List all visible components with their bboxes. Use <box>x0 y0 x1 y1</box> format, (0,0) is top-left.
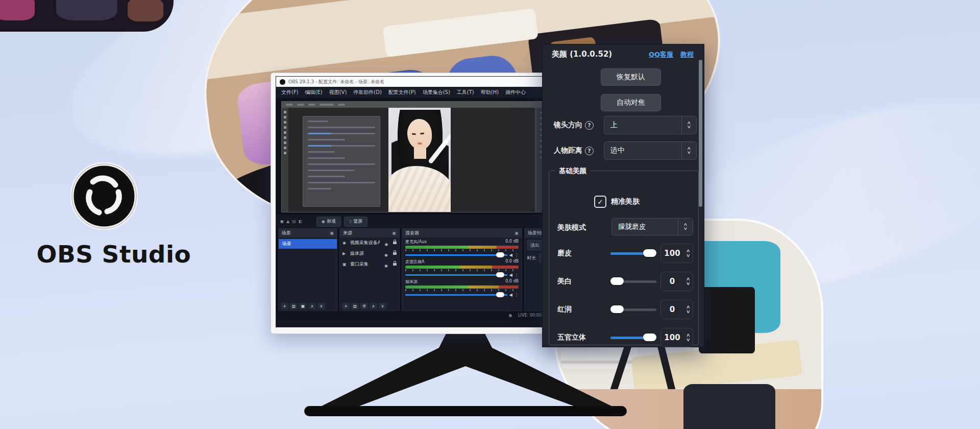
lock-icon[interactable] <box>393 242 397 244</box>
channel-menu-icon[interactable]: ⋮ <box>514 273 519 277</box>
volume-slider[interactable] <box>405 254 507 256</box>
select-arrows[interactable]: ∧∨ <box>681 142 696 159</box>
tutorial-link[interactable]: 教程 <box>680 50 694 59</box>
spin-arrows[interactable]: ∧∨ <box>683 244 693 263</box>
skin-mode-label: 美肤模式 <box>557 218 586 237</box>
obs-logo <box>70 162 138 230</box>
source-row[interactable]: ◉ 视频采集设备A ◉ <box>340 237 399 248</box>
tab-vertical-label: 竖屏 <box>353 218 362 225</box>
menu-tools[interactable]: 工具(T) <box>457 89 474 96</box>
mixer-channel: 麦克风/Aux0.0 dB ◀⋮ <box>402 237 522 257</box>
source-row[interactable]: ▣ 窗口采集 ◉ <box>340 259 399 270</box>
skin-mode-select[interactable]: 朦胧磨皮 ∧∨ <box>611 218 693 235</box>
duration-label: 时长 <box>527 255 536 261</box>
video-capture-icon: ◉ <box>342 241 348 245</box>
menu-help[interactable]: 帮助(H) <box>481 89 499 96</box>
camera-direction-select[interactable]: 上 ∧∨ <box>604 116 697 134</box>
preview-tool-icon[interactable]: ● <box>280 219 284 224</box>
preview-tool-icon[interactable]: ▤ <box>292 219 296 224</box>
menu-file[interactable]: 文件(F) <box>281 89 299 96</box>
dock-popout-icon[interactable]: ▣ <box>392 231 396 235</box>
menu-docks[interactable]: 停靠部件(D) <box>353 89 382 96</box>
add-source-button[interactable]: + <box>342 303 350 309</box>
features-3d-label: 五官立体 <box>557 328 586 347</box>
camera-direction-label: 镜头方向 ? <box>554 116 594 134</box>
panel-title: 美颜 (1.0.0.52) <box>552 50 612 59</box>
spin-arrows[interactable]: ∧∨ <box>683 328 693 347</box>
menu-scene-collection[interactable]: 场景集合(S) <box>423 89 450 96</box>
channel-db: 0.0 dB <box>505 279 519 284</box>
scenes-toolbar: + ▥ ▣ ∧ ∨ <box>279 302 337 311</box>
whitening-value: 0 <box>661 272 683 291</box>
features-3d-spinbox[interactable]: 100 ∧∨ <box>660 328 693 347</box>
spin-arrows[interactable]: ∧∨ <box>683 272 693 291</box>
channel-menu-icon[interactable]: ⋮ <box>514 253 519 257</box>
menu-plugin-center[interactable]: 插件中心 <box>505 89 526 96</box>
menu-view[interactable]: 视图(V) <box>329 89 347 96</box>
sources-dock-title: 来源 <box>343 230 352 236</box>
channel-menu-icon[interactable]: ⋮ <box>514 293 519 297</box>
volume-slider[interactable] <box>405 294 507 296</box>
spin-arrows[interactable]: ∧∨ <box>683 300 693 319</box>
preview-tool-icon[interactable]: ▲ <box>286 219 289 224</box>
dock-popout-icon[interactable]: ▣ <box>330 231 334 235</box>
portrait-dress <box>388 166 451 212</box>
source-up-button[interactable]: ∧ <box>370 303 377 309</box>
precise-skin-checkbox[interactable]: ✓ 精准美肤 <box>594 196 640 208</box>
preview-tool-icon[interactable]: ◧ <box>299 219 303 224</box>
select-arrows[interactable]: ∧∨ <box>678 219 693 235</box>
whitening-slider[interactable] <box>610 272 656 291</box>
menu-edit[interactable]: 编辑(E) <box>305 89 323 96</box>
features-3d-slider[interactable] <box>610 328 656 347</box>
source-row[interactable]: ▶ 媒体源 ◉ <box>340 248 399 259</box>
visibility-icon[interactable]: ◉ <box>385 242 389 244</box>
beauty-filter-panel: 美颜 (1.0.0.52) QQ客服 教程 恢复默认 自动对焦 镜头方向 ? 上… <box>542 44 704 347</box>
autofocus-button[interactable]: 自动对焦 <box>601 94 661 111</box>
scene-list-item[interactable]: 场景 <box>279 239 337 249</box>
photo-patch-chair <box>683 384 775 429</box>
select-arrows[interactable]: ∧∨ <box>681 116 696 134</box>
channel-name: 麦克风/Aux <box>405 239 427 245</box>
scene-up-button[interactable]: ∧ <box>308 303 316 309</box>
qq-support-link[interactable]: QQ客服 <box>649 50 673 59</box>
speaker-icon[interactable]: ◀ <box>509 293 512 297</box>
channel-name: 桌面音频A <box>405 259 424 265</box>
portrait-lips <box>418 142 422 145</box>
channel-db: 0.0 dB <box>505 259 519 265</box>
dock-popout-icon[interactable]: ▣ <box>514 231 519 235</box>
duplicate-scene-button[interactable]: ▣ <box>299 303 307 309</box>
preview-toolbar: ● ▲ ▤ ◧ <box>280 219 302 224</box>
speaker-icon[interactable]: ◀ <box>509 273 512 277</box>
visibility-icon[interactable]: ◉ <box>384 264 388 265</box>
rosy-slider[interactable] <box>610 300 656 319</box>
photo-patch <box>56 0 117 20</box>
smoothing-slider[interactable] <box>610 244 656 263</box>
rosy-spinbox[interactable]: 0 ∧∨ <box>660 300 693 319</box>
remove-source-button[interactable]: ▥ <box>351 303 359 309</box>
source-down-button[interactable]: ∨ <box>379 303 386 309</box>
smoothing-spinbox[interactable]: 100 ∧∨ <box>660 244 693 263</box>
sources-dock-header: 来源 ▣ <box>340 229 399 237</box>
restore-defaults-button[interactable]: 恢复默认 <box>601 68 661 86</box>
whitening-spinbox[interactable]: 0 ∧∨ <box>660 272 693 291</box>
person-distance-select[interactable]: 适中 ∧∨ <box>604 141 697 160</box>
remove-scene-button[interactable]: ▥ <box>290 303 298 309</box>
menu-profile[interactable]: 配置文件(P) <box>388 89 416 96</box>
panel-scrollbar[interactable] <box>699 60 702 207</box>
lock-icon[interactable] <box>393 252 397 255</box>
help-icon[interactable]: ? <box>585 147 594 155</box>
volume-slider[interactable] <box>405 274 507 276</box>
lock-icon[interactable] <box>393 263 397 266</box>
help-icon[interactable]: ? <box>585 121 594 130</box>
label-text: 镜头方向 <box>554 121 582 130</box>
meter-ticks <box>405 249 519 251</box>
rosy-value: 0 <box>661 300 683 319</box>
add-scene-button[interactable]: + <box>281 303 288 309</box>
speaker-icon[interactable]: ◀ <box>509 253 512 257</box>
source-properties-button[interactable]: ⚙ <box>360 303 368 309</box>
visibility-icon[interactable]: ◉ <box>384 253 388 254</box>
tab-standard[interactable]: ● 标准 <box>316 217 341 227</box>
scene-down-button[interactable]: ∨ <box>317 303 325 309</box>
tab-vertical[interactable]: ▯ 竖屏 <box>344 217 368 227</box>
photo-patch <box>0 0 35 20</box>
